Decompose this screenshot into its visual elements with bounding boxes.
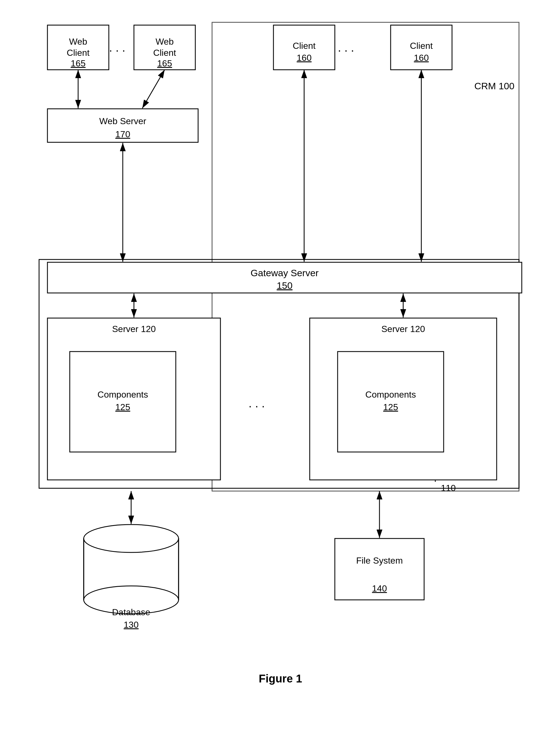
web-client-2-text: Web bbox=[155, 37, 174, 47]
arrow-webclient2-webserver bbox=[142, 70, 165, 108]
database-num: 130 bbox=[124, 620, 138, 630]
components-left-text: Components bbox=[97, 389, 148, 400]
diagram-container: CRM 100 Enterprise Server 110 Web Client… bbox=[22, 17, 539, 737]
file-system-num: 140 bbox=[372, 584, 387, 593]
web-client-1-text2: Client bbox=[67, 48, 89, 58]
file-system-text: File System bbox=[356, 555, 403, 566]
web-server-num: 170 bbox=[115, 129, 130, 139]
dots-clients: . . . bbox=[338, 41, 354, 54]
web-client-1-text: Web bbox=[69, 37, 87, 47]
components-left-box bbox=[70, 351, 176, 452]
web-client-1-num: 165 bbox=[71, 58, 85, 68]
dots-servers: . . . bbox=[248, 397, 265, 410]
client-1-num: 160 bbox=[297, 53, 312, 63]
web-client-2-text2: Client bbox=[153, 48, 176, 58]
components-right-box bbox=[338, 351, 444, 452]
web-client-2-num: 165 bbox=[157, 58, 172, 68]
database-text: Database bbox=[112, 607, 151, 617]
enterprise-label-num: 110 bbox=[441, 483, 456, 493]
client-2-num: 160 bbox=[414, 53, 428, 63]
figure-caption: Figure 1 bbox=[22, 672, 539, 685]
client-1-text: Client bbox=[293, 41, 316, 51]
client-2-text: Client bbox=[410, 41, 433, 51]
components-right-num: 125 bbox=[383, 402, 398, 412]
components-left-num: 125 bbox=[115, 402, 130, 412]
figure-title: Figure 1 bbox=[259, 672, 302, 685]
database-top-ellipse bbox=[84, 525, 179, 552]
dots-web-clients: . . . bbox=[109, 41, 125, 54]
components-right-text: Components bbox=[365, 389, 416, 400]
crm-label: CRM 100 bbox=[474, 81, 515, 91]
gateway-server-num: 150 bbox=[277, 280, 293, 291]
diagram-svg: CRM 100 Enterprise Server 110 Web Client… bbox=[22, 17, 539, 728]
server-120-right-text: Server 120 bbox=[381, 324, 425, 334]
server-120-left-text: Server 120 bbox=[112, 324, 156, 334]
web-server-text: Web Server bbox=[99, 116, 146, 126]
gateway-server-text: Gateway Server bbox=[251, 268, 319, 278]
